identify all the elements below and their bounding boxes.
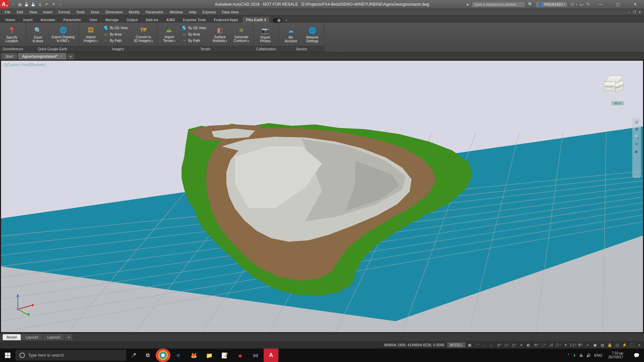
layout-add-button[interactable]: + xyxy=(65,334,72,340)
import-imagery-button[interactable]: 🖼 Import Imagery xyxy=(81,25,101,44)
tab-plexearth[interactable]: Plex.Earth 4 xyxy=(243,17,269,23)
workspace-icon[interactable]: ⚙ xyxy=(578,343,583,347)
doc-close-icon[interactable]: ✕ xyxy=(637,10,642,14)
terrain-by-area-button[interactable]: ▭By Area xyxy=(181,32,207,38)
terrain-by-ge-button[interactable]: 🌎By GE View xyxy=(181,25,207,31)
layout-tab-1[interactable]: Layout1 xyxy=(21,334,43,340)
doc-tab-start[interactable]: Start xyxy=(1,53,17,60)
specify-location-button[interactable]: 📍 Specify Location xyxy=(2,25,21,44)
osnap-toggle-icon[interactable]: ◻ xyxy=(511,343,517,347)
units-icon[interactable]: ▣ xyxy=(592,343,598,347)
transparency-icon[interactable]: ◐ xyxy=(526,343,531,347)
dynucs-icon[interactable]: ⎇ xyxy=(548,343,553,347)
nav-showmotion-icon[interactable]: ▶ xyxy=(635,149,638,154)
close-button[interactable]: ✕ xyxy=(628,0,643,9)
qat-save-icon[interactable]: 💾 xyxy=(24,2,29,7)
generate-contours-button[interactable]: ≋ Generate Contours xyxy=(232,25,252,44)
info-dropdown-icon[interactable]: ▸ xyxy=(467,2,469,7)
nav-orbit-icon[interactable]: ⟳ xyxy=(635,142,638,146)
search-icon[interactable]: 🔍 xyxy=(528,2,533,7)
tab-express[interactable]: Express Tools xyxy=(180,17,209,23)
tray-expand-icon[interactable]: ˄ xyxy=(568,353,570,358)
taskbar-notepad-icon[interactable]: 📝 xyxy=(217,349,232,362)
start-button[interactable] xyxy=(0,349,15,362)
tray-clock[interactable]: 7:10 μμ25/7/2017 xyxy=(606,351,626,359)
viewport-controls[interactable]: [-][Custom View][Realistic] xyxy=(3,63,46,67)
hwaccel-icon[interactable]: ⚡ xyxy=(622,343,627,347)
qat-open-icon[interactable]: ▤ xyxy=(17,2,22,7)
lockui-icon[interactable]: 🔒 xyxy=(607,343,612,347)
customize-status-icon[interactable]: ≡ xyxy=(637,343,642,347)
coordinates-readout[interactable]: 489604.1909, 4149694.8228, 0.0000 xyxy=(384,343,447,347)
layout-tab-2[interactable]: Layout2 xyxy=(43,334,64,340)
menu-express[interactable]: Express xyxy=(200,9,218,15)
taskbar-visualstudio-icon[interactable]: ⋈ xyxy=(248,349,263,362)
signin-user-button[interactable]: 👤 FRGR1423 ▾ xyxy=(536,1,568,7)
3dosnap-icon[interactable]: ⬚ xyxy=(541,343,546,347)
taskbar-pdf-icon[interactable]: ◆ xyxy=(233,349,248,362)
nav-pan-icon[interactable]: ✥ xyxy=(635,127,638,132)
taskbar-firefox-icon[interactable]: 🦊 xyxy=(186,349,201,362)
qat-undo-icon[interactable]: ↶ xyxy=(44,2,49,7)
maximize-button[interactable]: ▢ xyxy=(610,0,625,9)
qat-new-icon[interactable]: ▫ xyxy=(11,2,15,7)
gizmo-icon[interactable]: ✦ xyxy=(563,343,568,347)
layout-tab-model[interactable]: Model xyxy=(3,334,21,340)
import-photos-button[interactable]: 📷 Import Photos xyxy=(256,25,275,44)
qat-redo-icon[interactable]: ↷ xyxy=(51,2,56,7)
tab-insert[interactable]: Insert xyxy=(20,17,36,23)
tray-volume-icon[interactable]: 🔊 xyxy=(586,353,591,358)
action-center-icon[interactable]: 💬 xyxy=(629,349,643,362)
menu-tools[interactable]: Tools xyxy=(73,9,88,15)
tab-view[interactable]: View xyxy=(86,17,101,23)
export-kmz-button[interactable]: 🌐 Export Drawing to KMZ xyxy=(50,25,76,44)
menu-draw[interactable]: Draw xyxy=(88,9,102,15)
menu-dataview[interactable]: Data View xyxy=(219,9,241,15)
taskbar-autocad-icon[interactable]: A xyxy=(264,349,278,362)
grid-toggle-icon[interactable]: ▦ xyxy=(467,343,472,347)
tab-a360[interactable]: A360 xyxy=(163,17,178,23)
lineweight-icon[interactable]: ≡ xyxy=(519,343,524,347)
tab-parametric[interactable]: Parametric xyxy=(60,17,85,23)
snap-toggle-icon[interactable]: ∷ xyxy=(474,343,480,347)
doc-minimize-icon[interactable]: – xyxy=(627,10,631,14)
isoplane-icon[interactable]: ◇ xyxy=(504,343,509,347)
app-menu-button[interactable]: A xyxy=(0,0,9,9)
tray-network-icon[interactable]: 🖧 xyxy=(579,353,583,357)
help-search-input[interactable]: Type a keyword or phrase xyxy=(472,1,525,7)
tab-addins[interactable]: Add-ins xyxy=(143,17,162,23)
quickprops-icon[interactable]: ▤ xyxy=(600,343,605,347)
menu-insert[interactable]: Insert xyxy=(40,9,55,15)
taskbar-explorer-icon[interactable]: 📁 xyxy=(202,349,217,362)
menu-modify[interactable]: Modify xyxy=(126,9,142,15)
wcs-badge[interactable]: WCS xyxy=(611,101,624,106)
tab-home[interactable]: Home xyxy=(2,17,18,23)
qat-print-icon[interactable]: ⎙ xyxy=(38,2,42,7)
nav-zoom-icon[interactable]: 🔍 xyxy=(634,134,639,139)
nav-wheel-icon[interactable]: ◎ xyxy=(635,120,638,124)
menu-view[interactable]: View xyxy=(26,9,40,15)
doc-tab-file[interactable]: AgiosGeorgiosIsland*✕ xyxy=(18,53,66,60)
status-modelspace-button[interactable]: MODEL xyxy=(447,342,466,348)
annoscale-label[interactable]: 1:1 xyxy=(570,343,576,347)
tab-manage[interactable]: Manage xyxy=(102,17,122,23)
tab-output[interactable]: Output xyxy=(123,17,141,23)
convert-3d-imagery-button[interactable]: 🗺 Convert to 3D Imagery xyxy=(132,25,155,44)
polar-toggle-icon[interactable]: ⊙ xyxy=(496,343,502,347)
close-tab-icon[interactable]: ✕ xyxy=(60,55,62,58)
tab-featured[interactable]: Featured Apps xyxy=(211,17,241,23)
menu-edit[interactable]: Edit xyxy=(14,9,26,15)
menu-window[interactable]: Window xyxy=(167,9,185,15)
navigation-bar[interactable]: ◎ ✥ 🔍 ⟳ ▶ xyxy=(632,118,641,178)
ribbon-toggle[interactable] xyxy=(273,18,282,23)
new-tab-button[interactable]: + xyxy=(67,54,74,60)
imagery-by-ge-button[interactable]: 🌎By GE View xyxy=(103,25,128,31)
menu-help[interactable]: Help xyxy=(186,9,199,15)
terrain-by-path-button[interactable]: ⤳By Path xyxy=(181,38,207,44)
imagery-by-area-button[interactable]: ▭By Area xyxy=(103,32,128,38)
taskbar-chrome-icon[interactable] xyxy=(156,349,170,362)
tab-annotate[interactable]: Annotate xyxy=(37,17,59,23)
doc-restore-icon[interactable]: ❐ xyxy=(632,10,637,14)
taskbar-search-input[interactable]: Type here to search xyxy=(15,350,126,361)
surface-analysis-button[interactable]: ◧ Surface Analysis xyxy=(210,25,230,44)
